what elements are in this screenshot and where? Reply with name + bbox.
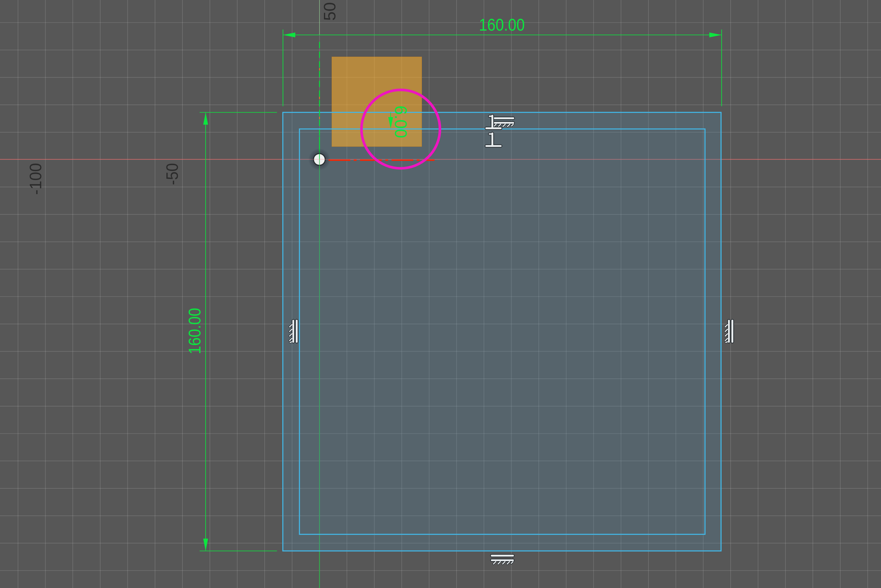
svg-text:160.00: 160.00 [479,15,525,34]
svg-text:-50: -50 [163,163,181,185]
svg-text:160.00: 160.00 [185,308,204,354]
svg-text:50: 50 [320,2,339,21]
svg-text:-100: -100 [26,163,45,195]
svg-text:6.00: 6.00 [391,106,410,138]
